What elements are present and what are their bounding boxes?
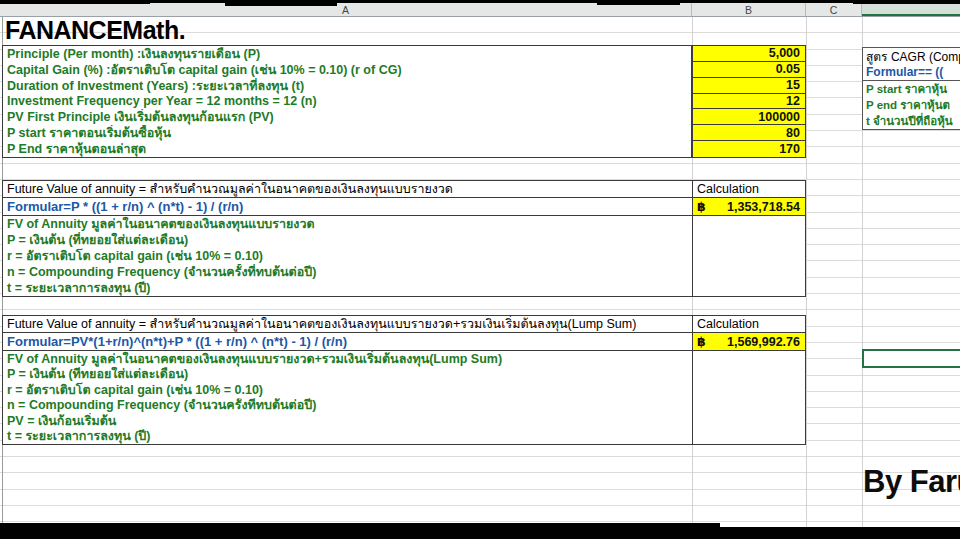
cagr-t[interactable]: t จำนวนปีที่ถือหุ้น: [863, 113, 960, 129]
fv-annuity-note[interactable]: r = อัตราเติบโต capital gain (เช่น 10% =…: [3, 248, 805, 264]
input-label-principle[interactable]: Principle (Per month) :เงินลงทุนรายเดือน…: [3, 46, 691, 62]
fv-lumpsum-note[interactable]: P = เงินต้น (ที่ทยอยใส่แต่ละเดือน): [3, 367, 805, 383]
input-label-capital-gain[interactable]: Capital Gain (%) :อัตราเติบโต capital ga…: [3, 62, 691, 78]
column-letter: C: [830, 4, 838, 16]
cagr-formula[interactable]: Formular== ((: [863, 64, 960, 81]
fv-lumpsum-formula[interactable]: Formular=PV*(1+r/n)^(n*t)+P * ((1 + r/n)…: [3, 333, 692, 350]
input-value-p-end[interactable]: 170: [693, 141, 805, 157]
fv-lumpsum-note[interactable]: FV of Annuity มูลค่าในอนาคตของเงินลงทุนแ…: [3, 351, 805, 367]
top-black-blob: [225, 0, 337, 6]
fv-lumpsum-note[interactable]: PV = เงินก้อนเริ่มต้น: [3, 413, 805, 429]
fv-annuity-result-cell[interactable]: ฿ 1,353,718.54: [692, 198, 805, 215]
fv-annuity-result: 1,353,718.54: [727, 200, 800, 214]
cagr-p-start[interactable]: P start ราคาหุ้น: [863, 81, 960, 97]
column-header-c[interactable]: C: [806, 3, 862, 16]
input-label-p-start[interactable]: P start ราคาตอนเริ่มต้นซื้อหุ้น: [3, 125, 691, 141]
fv-lumpsum-note[interactable]: t = ระยะเวลาการลงทุน (ปี): [3, 429, 805, 445]
top-black-blob: [0, 0, 150, 4]
input-value-p-start[interactable]: 80: [693, 125, 805, 141]
calculation-header[interactable]: Calculation: [692, 316, 805, 332]
input-value-frequency[interactable]: 12: [693, 94, 805, 110]
input-value-pv[interactable]: 100000: [693, 109, 805, 125]
bottom-black-blob: [430, 525, 720, 531]
input-value-principle[interactable]: 5,000: [693, 46, 805, 62]
input-value-duration[interactable]: 15: [693, 78, 805, 94]
fv-lumpsum-result-cell[interactable]: ฿ 1,569,992.76: [692, 333, 805, 350]
column-header-row: A B C: [0, 3, 960, 17]
cagr-formula-box: สูตร CAGR (Comp Formular== (( P start รา…: [862, 47, 960, 130]
input-label-duration[interactable]: Duration of Investment (Years) :ระยะเวลา…: [3, 78, 691, 94]
fv-lumpsum-note[interactable]: n = Compounding Frequency (จำนวนครั้งที่…: [3, 398, 805, 414]
fv-annuity-note[interactable]: n = Compounding Frequency (จำนวนครั้งที่…: [3, 264, 805, 280]
column-letter: A: [342, 4, 349, 16]
input-label-pv[interactable]: PV First Principle เงินเริ่มต้นลงทุนก้อน…: [3, 109, 691, 125]
input-label-p-end[interactable]: P End ราคาหุ้นตอนล่าสุด: [3, 141, 691, 157]
column-header-d-selected[interactable]: [862, 3, 960, 16]
top-black-blob: [597, 0, 680, 5]
selected-cell[interactable]: [862, 349, 960, 368]
fv-lumpsum-result: 1,569,992.76: [727, 335, 800, 349]
input-labels-box: Principle (Per month) :เงินลงทุนรายเดือน…: [2, 45, 692, 158]
column-header-a[interactable]: A: [0, 3, 692, 16]
column-header-b[interactable]: B: [692, 3, 806, 16]
input-label-frequency[interactable]: Investment Frequency per Year = 12 month…: [3, 94, 691, 110]
sheet-title[interactable]: FANANCEMath.: [5, 16, 185, 44]
column-letter: B: [745, 4, 752, 16]
fv-lumpsum-header[interactable]: Future Value of annuity = สำหรับคำนวณมูล…: [3, 316, 692, 332]
fv-annuity-note[interactable]: P = เงินต้น (ที่ทยอยใส่แต่ละเดือน): [3, 232, 805, 248]
fv-annuity-lumpsum-section: Future Value of annuity = สำหรับคำนวณมูล…: [2, 315, 806, 445]
top-black-blob: [853, 0, 960, 4]
fv-lumpsum-note[interactable]: r = อัตราเติบโต capital gain (เช่น 10% =…: [3, 382, 805, 398]
spreadsheet: A B C FANANCEMath. Principle (Per month)…: [0, 0, 960, 539]
author-byline: By Faru: [863, 464, 960, 500]
section-column-divider: [692, 181, 693, 296]
cagr-p-end[interactable]: P end ราคาหุ้นต: [863, 97, 960, 113]
fv-annuity-header[interactable]: Future Value of annuity = สำหรับคำนวณมูล…: [3, 181, 692, 197]
calculation-header[interactable]: Calculation: [692, 181, 805, 197]
fv-annuity-section: Future Value of annuity = สำหรับคำนวณมูล…: [2, 180, 806, 297]
cagr-title[interactable]: สูตร CAGR (Comp: [863, 48, 960, 64]
input-values-box: 5,000 0.05 15 12 100000 80 170: [692, 45, 806, 158]
gridline-col-b-c: [806, 17, 807, 528]
section-column-divider: [692, 316, 693, 444]
baht-symbol: ฿: [697, 199, 706, 214]
input-value-capital-gain[interactable]: 0.05: [693, 62, 805, 78]
fv-annuity-note[interactable]: FV of Annuity มูลค่าในอนาคตของเงินลงทุนแ…: [3, 216, 805, 232]
fv-annuity-note[interactable]: t = ระยะเวลาการลงทุน (ปี): [3, 280, 805, 296]
baht-symbol: ฿: [697, 334, 706, 349]
fv-annuity-formula[interactable]: Formular=P * ((1 + r/n) ^ (n*t) - 1) / (…: [3, 198, 692, 215]
